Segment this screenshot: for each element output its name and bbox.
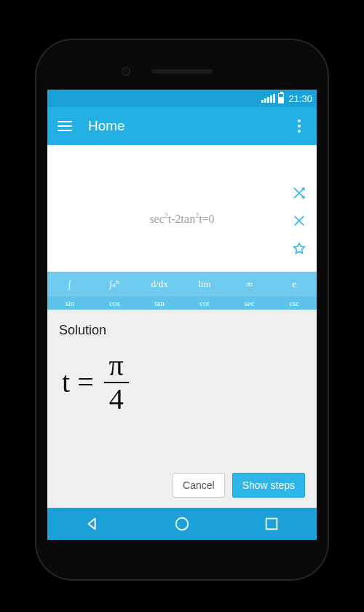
kbd-key-cos[interactable]: cos bbox=[92, 297, 138, 310]
solution-sheet: Solution t = π 4 Cancel Show steps bbox=[47, 310, 317, 508]
shuffle-icon[interactable] bbox=[292, 186, 306, 200]
kbd-key-csc[interactable]: csc bbox=[272, 297, 317, 310]
nav-back-icon[interactable] bbox=[82, 513, 103, 535]
kbd-key-cot[interactable]: cot bbox=[182, 297, 227, 310]
kbd-key-tan[interactable]: tan bbox=[137, 297, 182, 310]
signal-icon bbox=[261, 94, 275, 103]
kbd-key-inf[interactable]: ∞ bbox=[227, 272, 272, 297]
kbd-key-sin[interactable]: sin bbox=[47, 297, 92, 310]
system-nav-bar bbox=[47, 508, 317, 540]
fraction-numerator: π bbox=[105, 350, 128, 382]
solution-fraction: π 4 bbox=[104, 350, 129, 415]
cancel-button[interactable]: Cancel bbox=[173, 473, 225, 498]
kbd-key-defintegral[interactable]: ∫ₐᵇ bbox=[92, 272, 138, 297]
clear-icon[interactable] bbox=[292, 213, 306, 228]
solution-heading: Solution bbox=[59, 323, 305, 338]
kbd-key-ddx[interactable]: d/dx bbox=[137, 272, 182, 297]
kbd-key-sec[interactable]: sec bbox=[227, 297, 272, 310]
phone-camera bbox=[122, 68, 130, 75]
battery-icon bbox=[278, 93, 284, 103]
kbd-key-integral[interactable]: ∫ bbox=[47, 272, 92, 297]
phone-chassis: 21:30 Home sec2t-2tan2t=0 bbox=[36, 40, 328, 579]
action-bar: Home bbox=[47, 107, 317, 145]
status-bar: 21:30 bbox=[47, 90, 317, 107]
nav-home-icon[interactable] bbox=[171, 513, 193, 535]
solution-lhs: t bbox=[62, 366, 70, 399]
kbd-key-e[interactable]: e bbox=[272, 272, 317, 297]
equation-display: sec2t-2tan2t=0 bbox=[149, 212, 214, 226]
nav-recent-icon[interactable] bbox=[261, 513, 282, 535]
solution-expression: t = π 4 bbox=[59, 350, 305, 415]
overflow-icon[interactable] bbox=[292, 119, 306, 133]
fraction-denominator: 4 bbox=[105, 383, 128, 415]
show-steps-button[interactable]: Show steps bbox=[232, 473, 305, 498]
sheet-actions: Cancel Show steps bbox=[59, 473, 305, 498]
menu-icon[interactable] bbox=[58, 121, 72, 131]
favourite-icon[interactable] bbox=[292, 241, 306, 256]
input-side-actions bbox=[292, 186, 306, 256]
phone-speaker bbox=[151, 69, 213, 74]
svg-point-0 bbox=[176, 518, 189, 530]
page-title: Home bbox=[88, 118, 125, 134]
screen: 21:30 Home sec2t-2tan2t=0 bbox=[47, 90, 317, 540]
function-keyboard: ∫ ∫ₐᵇ d/dx lim ∞ e sin cos tan cot sec c… bbox=[47, 272, 317, 310]
svg-rect-1 bbox=[266, 519, 277, 530]
status-time: 21:30 bbox=[288, 93, 312, 104]
solution-eq: = bbox=[77, 366, 94, 399]
equation-input-area[interactable]: sec2t-2tan2t=0 bbox=[47, 145, 317, 272]
kbd-key-lim[interactable]: lim bbox=[182, 272, 227, 297]
